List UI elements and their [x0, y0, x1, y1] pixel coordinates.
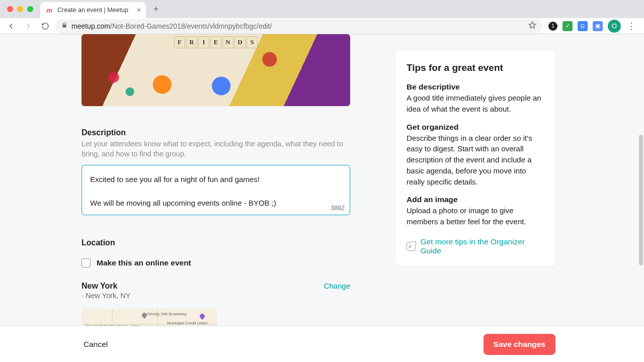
footer-bar: Cancel Save changes: [0, 326, 644, 362]
browser-tab-active[interactable]: m Create an event | Meetup ×: [40, 2, 146, 18]
extension-icon-1[interactable]: 1: [548, 22, 557, 31]
browser-chrome: m Create an event | Meetup × + meetup.co…: [0, 0, 644, 34]
extension-icon-2[interactable]: ✓: [562, 21, 573, 31]
extension-icon-4[interactable]: ▣: [593, 21, 603, 31]
description-subtext: Let your attendees know what to expect, …: [82, 139, 350, 159]
cancel-button[interactable]: Cancel: [84, 340, 108, 349]
profile-avatar[interactable]: O: [608, 20, 621, 33]
tip-heading-3: Add an image: [407, 195, 544, 204]
star-icon[interactable]: [528, 21, 536, 31]
url-text: meetup.com/Not-Bored-Games2018/events/vl…: [71, 22, 272, 30]
window-controls: [4, 0, 37, 18]
tip-heading-1: Be descriptive: [407, 82, 544, 92]
new-tab-button[interactable]: +: [149, 2, 163, 16]
save-changes-button[interactable]: Save changes: [484, 334, 555, 355]
tip-heading-2: Get organized: [407, 123, 544, 132]
scrollbar-thumb[interactable]: [639, 135, 643, 265]
description-textarea[interactable]: Excited to see you all for a night of fu…: [82, 165, 350, 215]
lock-icon: [61, 22, 67, 30]
tips-panel: Tips for a great event Be descriptive A …: [395, 50, 555, 266]
organizer-guide-link[interactable]: Get more tips in the Organizer Guide: [407, 237, 544, 255]
tab-title: Create an event | Meetup: [57, 7, 128, 14]
main-column: FRIENDS Description Let your attendees k…: [82, 34, 350, 326]
map-pin-icon: [199, 313, 206, 320]
extensions-area: 1 ✓ G ▣ O ⋮: [545, 20, 640, 33]
cover-scrabble-tiles: FRIENDS: [174, 36, 258, 48]
meetup-favicon: m: [45, 6, 53, 14]
change-location-link[interactable]: Change: [324, 282, 350, 290]
location-heading: Location: [82, 238, 350, 247]
tip-text-2: Describe things in a clear order so it's…: [407, 133, 544, 188]
map-label: Municipal Credit Union: [167, 321, 207, 325]
location-subtext: · New York, NY: [82, 292, 131, 300]
organizer-guide-link-text: Get more tips in the Organizer Guide: [421, 237, 544, 255]
tip-text-3: Upload a photo or image to give members …: [407, 205, 544, 227]
event-cover-image[interactable]: FRIENDS: [82, 34, 350, 106]
online-event-label: Make this an online event: [97, 258, 191, 267]
location-map[interactable]: Gibney 280 Broadway New York Public Libr…: [82, 309, 217, 326]
page-content: FRIENDS Description Let your attendees k…: [0, 34, 644, 326]
location-name: New York: [82, 282, 131, 291]
online-event-row[interactable]: Make this an online event: [82, 258, 350, 267]
description-text: Excited to see you all for a night of fu…: [90, 173, 342, 209]
description-char-count: 3892: [331, 205, 345, 212]
online-event-checkbox[interactable]: [82, 258, 91, 267]
window-zoom-dot[interactable]: [27, 6, 33, 12]
window-minimize-dot[interactable]: [17, 6, 23, 12]
reload-button[interactable]: [38, 19, 52, 33]
tab-strip: m Create an event | Meetup × +: [0, 0, 644, 18]
tab-close-icon[interactable]: ×: [137, 6, 141, 14]
extension-icon-3[interactable]: G: [578, 21, 588, 31]
external-link-icon: [407, 242, 416, 251]
forward-button[interactable]: [21, 19, 35, 33]
browser-menu-icon[interactable]: ⋮: [626, 21, 637, 32]
tip-text-1: A good title immediately gives people an…: [407, 93, 544, 115]
back-button[interactable]: [4, 19, 18, 33]
map-label: Gibney 280 Broadway: [147, 312, 187, 316]
window-close-dot[interactable]: [7, 6, 13, 12]
browser-toolbar: meetup.com/Not-Bored-Games2018/events/vl…: [0, 18, 644, 34]
tips-title: Tips for a great event: [407, 62, 544, 73]
address-bar[interactable]: meetup.com/Not-Bored-Games2018/events/vl…: [55, 19, 542, 33]
description-heading: Description: [82, 128, 350, 137]
location-row: New York · New York, NY Change: [82, 282, 350, 300]
